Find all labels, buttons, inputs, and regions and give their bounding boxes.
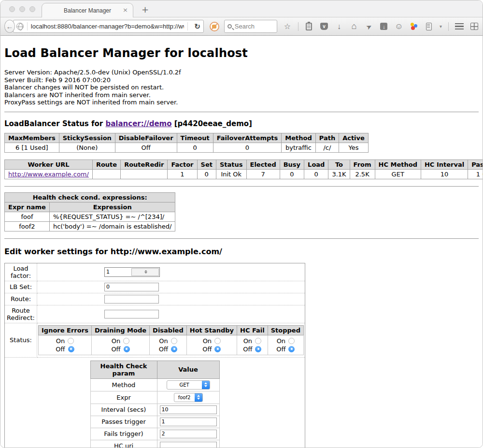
lb-set-label: LB Set: <box>5 281 37 293</box>
cell-routeredir <box>121 169 168 179</box>
back-button[interactable]: ← <box>4 20 15 33</box>
hot-standby-off-radio[interactable] <box>214 346 221 352</box>
close-window-button[interactable] <box>9 6 15 12</box>
ignore-errors-on-radio[interactable] <box>68 338 74 344</box>
column-header: Active <box>339 133 369 143</box>
draining-mode-on-radio[interactable] <box>123 338 129 344</box>
search-icon <box>227 24 232 29</box>
method-select[interactable]: GET <box>167 380 210 390</box>
stopped-off-radio[interactable] <box>288 346 295 352</box>
cell-set: 0 <box>197 169 216 179</box>
form-row-route: Route: <box>5 293 305 305</box>
fails-label: Fails trigger) <box>90 428 157 440</box>
column-header: Timeout <box>177 133 213 143</box>
table-row: 6 [1 Used] (None) Off 0 0 bytraffic /c/ … <box>5 143 369 152</box>
hc-fail-off-radio[interactable] <box>255 346 261 352</box>
feedback-smiley-icon[interactable]: ☺ <box>395 22 403 31</box>
table-row: On Off On Off On Off <box>39 335 304 355</box>
tab-strip: Balancer Manager × + <box>0 0 483 17</box>
number-stepper-icon[interactable] <box>131 268 159 276</box>
chevron-down-icon[interactable]: ▾ <box>440 24 442 29</box>
bookmark-star-icon[interactable]: ☆ <box>283 22 292 31</box>
clipboard-icon <box>306 23 312 30</box>
route-input[interactable] <box>104 295 159 303</box>
interval-label: Interval (secs) <box>90 404 157 416</box>
passes-input[interactable] <box>160 418 217 426</box>
draining-mode-off-radio[interactable] <box>124 346 130 352</box>
balancer-status-table: MaxMembers StickySession DisableFailover… <box>4 133 369 153</box>
hc-expressions-table: Health check cond. expressions: Expr nam… <box>4 192 175 231</box>
downloads-icon[interactable]: ↓ <box>335 22 343 31</box>
column-header: Worker URL <box>5 159 93 169</box>
search-bar[interactable]: Search <box>224 20 277 33</box>
reading-list-icon[interactable] <box>305 22 313 31</box>
column-header: Expr name <box>5 202 50 212</box>
disabled-on-radio[interactable] <box>171 338 177 344</box>
load-factor-input[interactable]: 1 <box>104 267 160 277</box>
tab-groups-grid-icon[interactable] <box>470 22 479 31</box>
edit-worker-form: Load factor: 1 LB Set: Route: Route Redi… <box>4 263 305 448</box>
search-placeholder[interactable]: Search <box>235 23 255 30</box>
lb-set-input[interactable] <box>104 283 159 291</box>
share-icon[interactable]: ➤ <box>365 22 373 31</box>
cell-path: /c/ <box>315 143 339 152</box>
column-header: Expression <box>49 202 175 212</box>
zoom-window-button[interactable] <box>29 6 35 12</box>
column-header: DisableFailover <box>115 133 177 143</box>
proxypass-note-line: ProxyPass settings are NOT inherited fro… <box>4 99 479 106</box>
persist-note-line: Balancer changes will NOT be persisted o… <box>4 84 479 91</box>
reload-icon[interactable]: ↻ <box>191 22 200 31</box>
edit-worker-heading: Edit worker settings for http://www.exam… <box>4 247 479 256</box>
table-row: Fails trigger) <box>90 428 219 440</box>
menu-hamburger-icon[interactable] <box>455 22 464 31</box>
route-redirect-input[interactable] <box>104 310 159 318</box>
cell-failoverattempts: 0 <box>213 143 282 152</box>
colored-dots-extension-icon[interactable] <box>410 22 418 31</box>
cell-status: Init Ok <box>216 169 246 179</box>
stopped-on-radio[interactable] <box>288 338 295 344</box>
column-header: Route <box>92 159 120 169</box>
cell-factor: 1 <box>168 169 197 179</box>
hc-uri-input[interactable] <box>160 442 217 448</box>
hc-fail-on-radio[interactable] <box>255 338 261 344</box>
url-bar[interactable]: localhost:8880/balancer-manager?b=demo&w… <box>13 20 204 33</box>
url-text[interactable]: localhost:8880/balancer-manager?b=demo&w… <box>31 23 184 30</box>
close-tab-icon[interactable]: × <box>123 6 128 14</box>
column-header: MaxMembers <box>5 133 59 143</box>
tab-balancer-manager[interactable]: Balancer Manager × <box>42 3 133 17</box>
column-header: Factor <box>168 159 197 169</box>
column-header: Set <box>197 159 216 169</box>
hot-standby-on-radio[interactable] <box>214 338 221 344</box>
column-header: Busy <box>280 159 304 169</box>
worker-table: Worker URL Route RouteRedir Factor Set S… <box>4 159 483 179</box>
column-header: Load <box>304 159 328 169</box>
disabled-off-radio[interactable] <box>171 346 177 352</box>
pocket-icon[interactable]: v <box>320 22 328 31</box>
new-tab-button[interactable]: + <box>142 5 149 14</box>
column-header: Hot Standby <box>186 325 237 335</box>
column-header: FailoverAttempts <box>213 133 282 143</box>
table-row: Passes trigger <box>90 416 219 428</box>
ignore-errors-off-radio[interactable] <box>68 346 74 352</box>
content-blocked-icon[interactable] <box>210 22 219 31</box>
hc-uri-label: HC uri <box>90 440 157 448</box>
column-header: Passes <box>468 159 483 169</box>
column-header: Draining Mode <box>91 325 149 335</box>
expr-select[interactable]: foof2 <box>174 393 203 402</box>
passes-label: Passes trigger <box>90 416 157 428</box>
minimize-window-button[interactable] <box>19 6 25 12</box>
column-header: Method <box>282 133 315 143</box>
sidebar-tablet-icon[interactable] <box>425 22 433 31</box>
fails-input[interactable] <box>160 430 217 438</box>
table-row: Method GET <box>90 378 219 391</box>
save-page-icon[interactable]: ↓ <box>380 22 388 31</box>
worker-url-link[interactable]: http://www.example.com/ <box>8 171 89 178</box>
interval-input[interactable] <box>160 405 217 414</box>
column-header: Health Check param <box>90 361 157 378</box>
window-controls <box>9 6 35 12</box>
table-row: Interval (secs) <box>90 404 219 416</box>
balancer-demo-link[interactable]: balancer://demo <box>105 119 171 128</box>
divider <box>4 238 479 239</box>
home-icon[interactable]: ⌂ <box>350 22 358 31</box>
table-row: Expr foof2 <box>90 391 219 404</box>
